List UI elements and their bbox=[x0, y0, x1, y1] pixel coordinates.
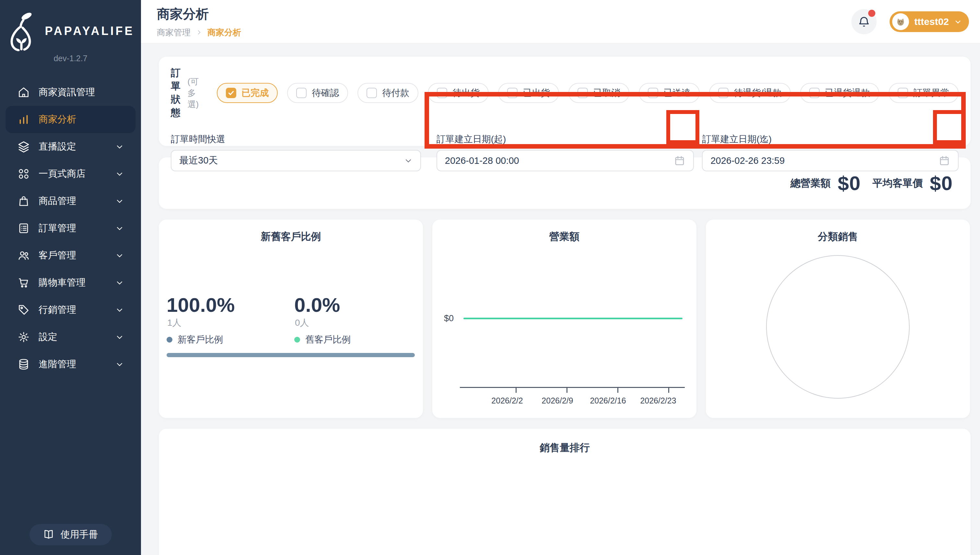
status-pill-pending-ship[interactable]: 待出貨 bbox=[428, 83, 489, 103]
revenue-chart-card: 營業額 $0 2026/2/2 2026/2/9 2026/2/16 2026/… bbox=[432, 220, 697, 418]
app-window: PAPAYALIFE dev-1.2.7 商家資訊管理 商家分析 直播設定 一頁… bbox=[0, 0, 980, 555]
new-customer-percent: 100.0% bbox=[167, 294, 235, 316]
sidebar-item-product-management[interactable]: 商品管理 bbox=[5, 188, 135, 215]
customer-ratio-card: 新舊客戶比例 100.0% 1人 0.0% 0人 新客戶比例 舊客戶比例 bbox=[159, 220, 423, 418]
total-revenue-value: $0 bbox=[838, 172, 861, 195]
book-icon bbox=[43, 529, 54, 540]
legend-dot-old bbox=[294, 337, 300, 343]
status-pill-returned[interactable]: 已退貨退款 bbox=[800, 83, 879, 103]
notification-badge bbox=[868, 10, 875, 17]
users-icon bbox=[18, 250, 29, 261]
order-status-label: 訂單狀態 bbox=[171, 66, 184, 119]
sidebar-item-customer-management[interactable]: 客戶管理 bbox=[5, 242, 135, 269]
user-manual-button[interactable]: 使用手冊 bbox=[29, 524, 112, 545]
old-customer-percent: 0.0% bbox=[294, 294, 340, 316]
chevron-down-icon bbox=[115, 251, 124, 260]
sidebar-item-label: 客戶管理 bbox=[39, 249, 76, 262]
grid-icon bbox=[18, 168, 29, 180]
sidebar-item-merchant-analytics[interactable]: 商家分析 bbox=[5, 106, 135, 133]
x-axis-label: 2026/2/23 bbox=[640, 396, 676, 406]
sidebar-item-label: 商品管理 bbox=[39, 195, 76, 208]
legend-dot-new bbox=[167, 337, 172, 343]
x-axis-label: 2026/2/2 bbox=[491, 396, 523, 406]
avatar-cat-image bbox=[895, 16, 906, 27]
status-pill-completed[interactable]: 已完成 bbox=[217, 83, 278, 103]
sidebar-item-live-settings[interactable]: 直播設定 bbox=[5, 133, 135, 160]
date-to-label: 訂單建立日期(迄) bbox=[702, 133, 959, 145]
date-to-value: 2026-02-26 23:59 bbox=[710, 156, 785, 166]
sidebar-item-label: 進階管理 bbox=[39, 358, 76, 371]
status-pill-abnormal[interactable]: 訂單異常 bbox=[888, 83, 959, 103]
status-pill-cancelled[interactable]: 已取消 bbox=[568, 83, 629, 103]
empty-pie-circle bbox=[766, 255, 910, 399]
status-pill-pending-payment[interactable]: 待付款 bbox=[357, 83, 418, 103]
new-customer-count: 1人 bbox=[167, 317, 182, 329]
sidebar-item-order-management[interactable]: 訂單管理 bbox=[5, 215, 135, 242]
chevron-down-icon bbox=[954, 18, 962, 26]
sidebar-item-one-page-store[interactable]: 一頁式商店 bbox=[5, 160, 135, 188]
chevron-down-icon bbox=[115, 306, 124, 314]
chevron-down-icon bbox=[115, 197, 124, 205]
username: tttest02 bbox=[914, 16, 949, 27]
checkbox-checked-icon bbox=[226, 88, 236, 98]
avatar bbox=[892, 13, 909, 30]
filter-panel: 訂單狀態 (可多選) 已完成 待確認 待付款 bbox=[159, 57, 970, 146]
status-pill-pending-return[interactable]: 待退貨/退款 bbox=[709, 83, 791, 103]
sidebar-item-merchant-info[interactable]: 商家資訊管理 bbox=[5, 79, 135, 106]
page-title: 商家分析 bbox=[157, 5, 241, 23]
legend-old-customer: 舊客戶比例 bbox=[294, 334, 351, 346]
sidebar-item-label: 購物車管理 bbox=[39, 276, 85, 289]
chart-title: 營業額 bbox=[432, 230, 697, 244]
sidebar: PAPAYALIFE dev-1.2.7 商家資訊管理 商家分析 直播設定 一頁… bbox=[0, 0, 141, 555]
chevron-down-icon bbox=[115, 279, 124, 287]
user-menu-button[interactable]: tttest02 bbox=[890, 11, 969, 32]
sidebar-item-cart-management[interactable]: 購物車管理 bbox=[5, 269, 135, 296]
database-icon bbox=[18, 358, 29, 370]
status-pill-label: 已取消 bbox=[593, 87, 620, 99]
chevron-right-icon bbox=[196, 29, 202, 35]
status-pill-label: 已退貨退款 bbox=[825, 87, 870, 99]
chevron-down-icon bbox=[404, 156, 412, 165]
x-tick bbox=[668, 388, 669, 393]
chevron-down-icon bbox=[115, 224, 124, 233]
chart-title: 分類銷售 bbox=[706, 230, 970, 244]
date-from-input[interactable]: 2026-01-28 00:00 bbox=[436, 150, 694, 171]
gear-icon bbox=[18, 331, 29, 343]
status-pill-label: 待退貨/退款 bbox=[734, 87, 782, 99]
status-pill-pending-confirm[interactable]: 待確認 bbox=[287, 83, 348, 103]
sidebar-item-advanced-management[interactable]: 進階管理 bbox=[5, 351, 135, 378]
notifications-button[interactable] bbox=[851, 9, 877, 34]
checkbox-icon bbox=[296, 88, 307, 98]
legend-label: 新客戶比例 bbox=[178, 334, 223, 346]
date-from-label: 訂單建立日期(起) bbox=[436, 133, 694, 145]
order-list-icon bbox=[18, 223, 29, 234]
time-quick-select[interactable]: 最近30天 bbox=[171, 150, 421, 171]
sidebar-item-label: 直播設定 bbox=[39, 140, 76, 153]
date-to-input[interactable]: 2026-02-26 23:59 bbox=[702, 150, 959, 171]
calendar-icon[interactable] bbox=[938, 155, 950, 167]
calendar-icon[interactable] bbox=[674, 155, 686, 167]
breadcrumb-parent[interactable]: 商家管理 bbox=[157, 27, 191, 38]
sidebar-item-marketing-management[interactable]: 行銷管理 bbox=[5, 296, 135, 324]
chevron-down-icon bbox=[115, 143, 124, 151]
avg-order-value: $0 bbox=[930, 172, 953, 195]
status-pill-label: 待確認 bbox=[312, 87, 339, 99]
checkbox-icon bbox=[437, 88, 447, 98]
revenue-line bbox=[463, 318, 682, 319]
status-pill-shipped[interactable]: 已出貨 bbox=[498, 83, 559, 103]
status-pill-delivered[interactable]: 已送達 bbox=[639, 83, 700, 103]
breadcrumb-current: 商家分析 bbox=[208, 27, 241, 38]
cart-icon bbox=[18, 277, 29, 289]
bell-icon bbox=[858, 15, 871, 28]
user-manual-label: 使用手冊 bbox=[61, 528, 98, 541]
app-version: dev-1.2.7 bbox=[0, 54, 141, 63]
sidebar-item-settings[interactable]: 設定 bbox=[5, 324, 135, 351]
old-customer-count: 0人 bbox=[295, 317, 309, 329]
shopping-bag-icon bbox=[18, 195, 29, 207]
x-tick bbox=[617, 388, 618, 393]
x-tick bbox=[566, 388, 568, 393]
x-tick bbox=[516, 388, 517, 393]
avg-order-label: 平均客單價 bbox=[872, 176, 923, 190]
brand: PAPAYALIFE bbox=[0, 0, 141, 51]
chart-title: 銷售量排行 bbox=[159, 441, 970, 455]
